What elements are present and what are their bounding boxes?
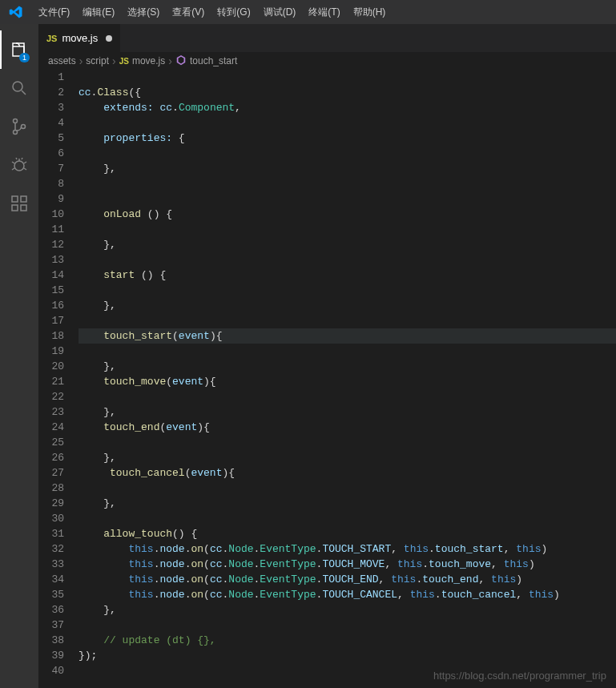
code-line[interactable] [79, 511, 616, 526]
line-number: 5 [38, 131, 64, 146]
code-line[interactable] [79, 70, 616, 85]
extensions-icon[interactable] [0, 184, 38, 223]
code-line[interactable]: }, [79, 602, 616, 618]
line-number: 11 [38, 222, 64, 237]
line-number: 17 [38, 313, 64, 328]
code-line[interactable]: this.node.on(cc.Node.EventType.TOUCH_CAN… [79, 587, 616, 602]
tab-filename: move.js [62, 32, 98, 44]
code-line[interactable] [79, 344, 616, 359]
line-number: 12 [38, 237, 64, 252]
code-line[interactable]: allow_touch() { [79, 526, 616, 541]
line-number: 9 [38, 191, 64, 207]
code-line[interactable]: touch_move(event){ [79, 374, 616, 389]
line-number: 7 [38, 161, 64, 176]
chevron-right-icon: › [168, 54, 172, 67]
svg-rect-8 [21, 196, 26, 202]
line-number: 20 [38, 359, 64, 374]
debug-icon[interactable] [0, 146, 38, 184]
code-line[interactable] [79, 115, 616, 131]
svg-point-1 [14, 119, 18, 123]
line-number: 38 [38, 633, 64, 648]
line-number: 31 [38, 526, 64, 541]
code-line[interactable]: cc.Class({ [79, 85, 616, 100]
code-line[interactable] [79, 618, 616, 633]
breadcrumb-seg[interactable]: touch_start [190, 55, 237, 66]
line-number: 39 [38, 648, 64, 663]
watermark-text: https://blog.csdn.net/programmer_trip [433, 670, 606, 682]
menu-item[interactable]: 编辑(E) [76, 0, 121, 24]
code-line[interactable] [79, 191, 616, 207]
menu-item[interactable]: 选择(S) [121, 0, 166, 24]
line-number: 33 [38, 557, 64, 572]
code-line[interactable]: touch_cancel(event){ [79, 465, 616, 481]
code-line[interactable]: }, [79, 450, 616, 465]
search-icon[interactable] [0, 69, 38, 107]
dirty-indicator-icon [106, 35, 112, 42]
code-line[interactable] [79, 222, 616, 237]
explorer-icon[interactable]: 1 [0, 30, 38, 69]
code-line[interactable]: }, [79, 496, 616, 511]
line-number: 13 [38, 252, 64, 268]
line-number: 32 [38, 541, 64, 557]
line-number: 21 [38, 374, 64, 389]
code-line[interactable]: }); [79, 648, 616, 663]
code-line[interactable] [79, 313, 616, 328]
main-area: 1 JS move.js assets › script › JS [0, 24, 616, 688]
editor-area: JS move.js assets › script › JS move.js … [38, 24, 616, 688]
code-line[interactable]: start () { [79, 268, 616, 283]
menu-item[interactable]: 文件(F) [32, 0, 76, 24]
breadcrumbs[interactable]: assets › script › JS move.js › touch_sta… [38, 52, 616, 70]
code-line[interactable] [79, 389, 616, 404]
breadcrumb-seg[interactable]: move.js [132, 55, 165, 66]
line-number: 15 [38, 283, 64, 298]
code-line[interactable]: touch_start(event){ [79, 328, 616, 344]
code-line[interactable] [79, 176, 616, 191]
editor-tabs: JS move.js [38, 24, 616, 52]
code-line[interactable] [79, 146, 616, 161]
line-number: 30 [38, 511, 64, 526]
chevron-right-icon: › [112, 54, 116, 67]
code-line[interactable] [79, 283, 616, 298]
svg-rect-5 [12, 196, 18, 202]
svg-rect-6 [12, 205, 18, 211]
source-control-icon[interactable] [0, 107, 38, 146]
code-line[interactable]: this.node.on(cc.Node.EventType.TOUCH_STA… [79, 541, 616, 557]
line-number: 4 [38, 115, 64, 131]
menu-item[interactable]: 查看(V) [166, 0, 211, 24]
line-number: 23 [38, 404, 64, 420]
line-number: 34 [38, 572, 64, 587]
svg-point-2 [14, 131, 18, 135]
code-line[interactable]: }, [79, 359, 616, 374]
breadcrumb-seg[interactable]: assets [48, 55, 76, 66]
line-number: 26 [38, 450, 64, 465]
svg-point-4 [14, 161, 24, 171]
code-line[interactable] [79, 435, 616, 450]
menu-item[interactable]: 终端(T) [302, 0, 346, 24]
explorer-badge: 1 [19, 53, 30, 62]
code-line[interactable]: }, [79, 237, 616, 252]
code-line[interactable]: }, [79, 161, 616, 176]
line-number: 36 [38, 602, 64, 618]
menu-item[interactable]: 调试(D) [257, 0, 303, 24]
line-number: 18 [38, 328, 64, 344]
code-line[interactable]: properties: { [79, 131, 616, 146]
code-line[interactable]: }, [79, 404, 616, 420]
code-line[interactable]: this.node.on(cc.Node.EventType.TOUCH_END… [79, 572, 616, 587]
line-number: 22 [38, 389, 64, 404]
code-line[interactable]: this.node.on(cc.Node.EventType.TOUCH_MOV… [79, 557, 616, 572]
code-line[interactable]: // update (dt) {}, [79, 633, 616, 648]
code-content[interactable]: cc.Class({ extends: cc.Component, proper… [79, 70, 616, 688]
code-line[interactable]: extends: cc.Component, [79, 100, 616, 115]
code-line[interactable]: }, [79, 298, 616, 313]
code-line[interactable]: onLoad () { [79, 207, 616, 222]
menu-item[interactable]: 帮助(H) [347, 0, 393, 24]
code-editor[interactable]: 1234567891011121314151617181920212223242… [38, 70, 616, 688]
line-number-gutter: 1234567891011121314151617181920212223242… [38, 70, 79, 688]
breadcrumb-seg[interactable]: script [86, 55, 109, 66]
vscode-logo-icon [6, 2, 26, 22]
code-line[interactable]: touch_end(event){ [79, 420, 616, 435]
code-line[interactable] [79, 481, 616, 496]
code-line[interactable] [79, 252, 616, 268]
tab-move-js[interactable]: JS move.js [38, 24, 121, 52]
menu-item[interactable]: 转到(G) [211, 0, 256, 24]
